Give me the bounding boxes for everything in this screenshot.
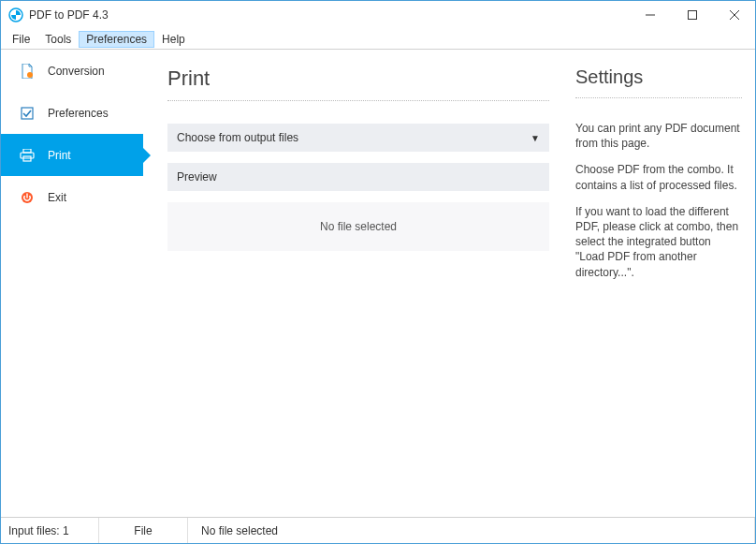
body: Conversion Preferences Print Exit Print: [1, 50, 755, 517]
minimize-button[interactable]: [629, 1, 671, 29]
titlebar: PDF to PDF 4.3: [1, 1, 755, 29]
sidebar-item-label: Print: [48, 149, 71, 162]
printer-icon: [20, 148, 35, 163]
settings-text: You can print any PDF document from this…: [575, 121, 742, 280]
sidebar-item-label: Preferences: [48, 107, 109, 120]
output-file-combo[interactable]: Choose from output files ▼: [167, 124, 549, 152]
settings-title: Settings: [575, 66, 742, 88]
settings-paragraph: If you want to load the different PDF, p…: [575, 204, 742, 280]
menu-preferences[interactable]: Preferences: [79, 31, 154, 48]
status-message: No file selected: [188, 518, 755, 543]
sidebar-item-conversion[interactable]: Conversion: [1, 50, 143, 92]
main: Print Choose from output files ▼ Preview…: [143, 50, 755, 517]
maximize-button[interactable]: [671, 1, 713, 29]
checkbox-icon: [20, 106, 35, 121]
app-icon: [8, 7, 23, 22]
status-input-count: Input files: 1: [1, 518, 99, 543]
window-title: PDF to PDF 4.3: [29, 8, 629, 22]
svg-rect-6: [22, 108, 33, 119]
separator: [167, 100, 549, 101]
status-file-button[interactable]: File: [99, 518, 188, 543]
sidebar-item-label: Conversion: [48, 65, 105, 78]
sidebar-item-label: Exit: [48, 191, 66, 204]
chevron-down-icon: ▼: [531, 133, 540, 143]
center-pane: Print Choose from output files ▼ Preview…: [167, 66, 549, 507]
svg-rect-8: [21, 153, 34, 158]
statusbar: Input files: 1 File No file selected: [1, 517, 755, 543]
settings-pane: Settings You can print any PDF document …: [575, 66, 742, 507]
preview-header: Preview: [167, 163, 549, 191]
preview-label: Preview: [177, 170, 217, 184]
combo-label: Choose from output files: [177, 131, 298, 144]
page-title: Print: [167, 66, 549, 91]
svg-rect-7: [23, 149, 31, 153]
menubar: File Tools Preferences Help: [1, 29, 755, 50]
preview-empty-text: No file selected: [320, 220, 397, 233]
menu-help[interactable]: Help: [154, 31, 193, 48]
window-controls: [629, 1, 755, 29]
sidebar-item-preferences[interactable]: Preferences: [1, 92, 143, 134]
separator: [575, 97, 742, 98]
power-icon: [20, 190, 35, 205]
menu-file[interactable]: File: [5, 31, 37, 48]
sidebar: Conversion Preferences Print Exit: [1, 50, 143, 517]
settings-paragraph: Choose PDF from the combo. It contains a…: [575, 162, 742, 192]
svg-point-5: [27, 72, 33, 78]
sidebar-item-print[interactable]: Print: [1, 134, 143, 176]
svg-rect-2: [688, 11, 696, 20]
close-button[interactable]: [713, 1, 755, 29]
document-icon: [20, 64, 35, 79]
settings-paragraph: You can print any PDF document from this…: [575, 121, 742, 151]
menu-tools[interactable]: Tools: [37, 31, 79, 48]
sidebar-item-exit[interactable]: Exit: [1, 176, 143, 218]
preview-body: No file selected: [167, 202, 549, 251]
